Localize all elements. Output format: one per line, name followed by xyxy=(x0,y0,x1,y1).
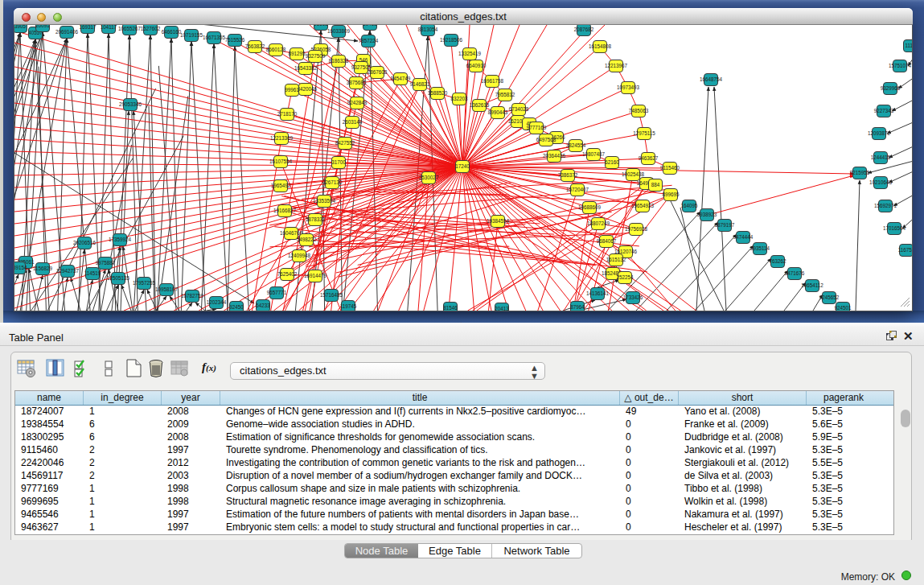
svg-text:16671355: 16671355 xyxy=(203,35,226,40)
svg-text:9242848: 9242848 xyxy=(347,100,368,105)
svg-text:9684067: 9684067 xyxy=(597,238,617,244)
svg-text:64233: 64233 xyxy=(256,303,270,308)
svg-text:12505135: 12505135 xyxy=(107,275,130,281)
svg-text:16782759: 16782759 xyxy=(181,293,204,299)
svg-text:6879197: 6879197 xyxy=(715,222,735,228)
svg-text:16046766: 16046766 xyxy=(280,230,303,236)
svg-text:8990443: 8990443 xyxy=(488,109,508,115)
svg-text:9146821: 9146821 xyxy=(410,81,430,87)
svg-text:8660128: 8660128 xyxy=(266,47,286,52)
svg-text:1527602: 1527602 xyxy=(141,26,161,31)
svg-text:8813054: 8813054 xyxy=(418,27,438,32)
svg-text:20691406: 20691406 xyxy=(55,29,79,35)
svg-text:12975115: 12975115 xyxy=(633,130,655,136)
svg-text:9327509: 9327509 xyxy=(306,53,326,59)
svg-text:10655267: 10655267 xyxy=(118,26,142,31)
svg-text:16033809: 16033809 xyxy=(327,28,351,34)
svg-text:16648754: 16648754 xyxy=(700,76,723,82)
svg-text:924501: 924501 xyxy=(834,305,852,311)
svg-text:16543382: 16543382 xyxy=(294,65,318,71)
svg-text:14136141: 14136141 xyxy=(586,290,610,296)
svg-text:18807249: 18807249 xyxy=(587,220,610,226)
svg-text:2718170: 2718170 xyxy=(277,111,298,117)
svg-text:2603144: 2603144 xyxy=(343,119,363,125)
svg-text:1965492: 1965492 xyxy=(271,183,291,188)
svg-text:763262: 763262 xyxy=(769,258,786,264)
svg-text:2867608: 2867608 xyxy=(368,69,388,75)
svg-text:7386372: 7386372 xyxy=(558,172,578,178)
svg-text:17016504: 17016504 xyxy=(883,225,906,231)
svg-text:2935114: 2935114 xyxy=(750,245,770,251)
svg-text:16120746: 16120746 xyxy=(614,249,638,254)
svg-text:5878332: 5878332 xyxy=(306,216,326,222)
svg-text:19166827: 19166827 xyxy=(273,208,297,213)
svg-text:9329966: 9329966 xyxy=(881,85,901,91)
svg-text:3267130: 3267130 xyxy=(322,179,343,185)
svg-text:6734028: 6734028 xyxy=(509,106,529,112)
svg-text:7955812: 7955812 xyxy=(495,92,515,97)
svg-text:92450: 92450 xyxy=(229,304,244,310)
svg-text:9115460: 9115460 xyxy=(660,165,680,171)
svg-text:19218506: 19218506 xyxy=(440,37,463,43)
svg-text:9245652: 9245652 xyxy=(819,295,840,300)
svg-text:16154808: 16154808 xyxy=(589,43,612,49)
svg-text:17359924: 17359924 xyxy=(109,237,132,242)
svg-text:10210643: 10210643 xyxy=(869,179,893,185)
svg-text:80413: 80413 xyxy=(363,25,377,27)
svg-text:252254: 252254 xyxy=(616,274,634,280)
svg-text:939154: 939154 xyxy=(14,265,27,270)
svg-text:8454749: 8454749 xyxy=(391,76,411,81)
svg-text:19384554: 19384554 xyxy=(487,218,510,224)
svg-text:5938923: 5938923 xyxy=(697,212,717,217)
svg-text:15720407: 15720407 xyxy=(566,187,589,192)
svg-text:10807487: 10807487 xyxy=(582,151,606,157)
svg-text:17240: 17240 xyxy=(455,163,470,169)
svg-text:19654923: 19654923 xyxy=(631,203,655,208)
svg-text:1615132: 1615132 xyxy=(606,257,626,262)
svg-text:12942737: 12942737 xyxy=(56,268,80,274)
svg-text:96615: 96615 xyxy=(314,25,328,27)
svg-text:9227343: 9227343 xyxy=(874,108,894,113)
svg-text:9474444: 9474444 xyxy=(733,234,754,240)
svg-text:832203: 832203 xyxy=(450,96,468,101)
svg-text:5498222: 5498222 xyxy=(297,237,317,242)
svg-text:2530027: 2530027 xyxy=(419,175,439,180)
svg-text:19756928: 19756928 xyxy=(625,226,648,232)
svg-text:15751074: 15751074 xyxy=(889,63,912,68)
svg-text:62160: 62160 xyxy=(605,159,619,165)
svg-text:7485063: 7485063 xyxy=(629,108,649,113)
svg-text:119745: 119745 xyxy=(340,303,357,309)
svg-text:10025438: 10025438 xyxy=(622,171,645,177)
svg-text:15692971: 15692971 xyxy=(874,203,897,208)
svg-text:17957255: 17957255 xyxy=(133,280,156,286)
svg-text:9657771: 9657771 xyxy=(267,290,287,295)
svg-text:13353594: 13353594 xyxy=(313,198,336,204)
svg-text:15716485: 15716485 xyxy=(320,292,343,298)
svg-text:6466160: 6466160 xyxy=(162,29,182,35)
svg-text:8215955: 8215955 xyxy=(850,170,870,175)
svg-text:12213967: 12213967 xyxy=(605,63,628,68)
svg-text:10973493: 10973493 xyxy=(617,84,640,90)
svg-text:9463627: 9463627 xyxy=(639,155,659,161)
svg-text:116753: 116753 xyxy=(898,247,912,253)
svg-text:1362615: 1362615 xyxy=(470,102,490,108)
svg-text:12093872: 12093872 xyxy=(868,130,891,136)
svg-text:29053346: 29053346 xyxy=(119,101,142,107)
svg-text:7625402: 7625402 xyxy=(277,271,298,277)
svg-text:1244415: 1244415 xyxy=(871,154,891,160)
svg-text:9777169: 9777169 xyxy=(527,125,547,130)
svg-text:1156829: 1156829 xyxy=(33,266,53,271)
svg-text:81546: 81546 xyxy=(443,305,458,311)
svg-text:8471676: 8471676 xyxy=(785,270,805,276)
svg-text:10719155: 10719155 xyxy=(180,32,203,38)
svg-text:899695: 899695 xyxy=(662,192,680,197)
svg-text:10688609: 10688609 xyxy=(578,204,602,210)
svg-text:3824554: 3824554 xyxy=(566,142,586,148)
svg-text:8427552: 8427552 xyxy=(335,140,355,146)
svg-text:1588520: 1588520 xyxy=(428,90,448,96)
svg-text:3875685: 3875685 xyxy=(347,80,367,85)
svg-text:7857224: 7857224 xyxy=(359,38,379,43)
svg-text:10654112: 10654112 xyxy=(801,282,823,288)
svg-text:20091: 20091 xyxy=(35,25,50,28)
svg-text:16961758: 16961758 xyxy=(481,78,504,84)
